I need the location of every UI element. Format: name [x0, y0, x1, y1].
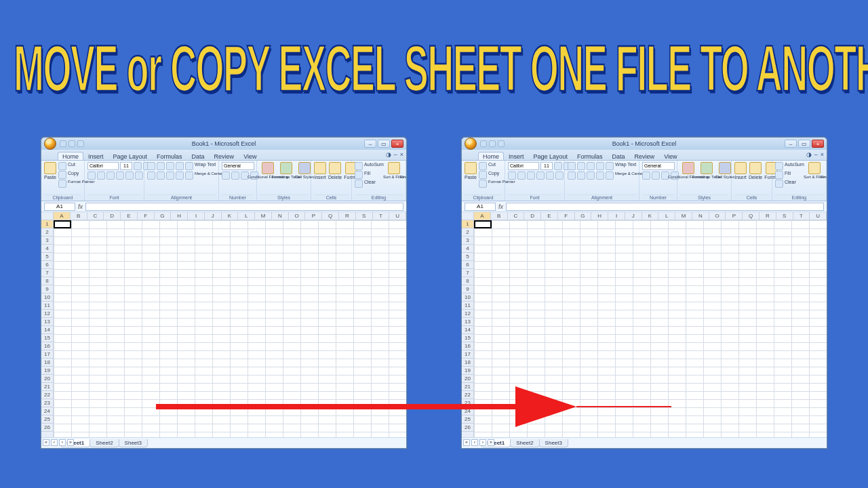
row-header[interactable]: 10 — [41, 293, 53, 302]
row-header[interactable]: 19 — [462, 367, 473, 375]
font-name-combo[interactable]: Calibri — [87, 162, 119, 170]
fx-icon[interactable]: fx — [498, 203, 503, 210]
col-header[interactable]: D — [104, 212, 121, 220]
tab-nav-prev-icon[interactable]: ‹ — [51, 439, 58, 446]
fill-color-icon[interactable] — [546, 171, 554, 180]
format-as-table-button[interactable]: Format as Table — [278, 162, 294, 179]
copy-icon[interactable] — [58, 171, 66, 179]
align-bl-icon[interactable] — [568, 171, 576, 180]
fill-color-icon[interactable] — [125, 171, 134, 180]
delete-cells-button[interactable]: Delete — [749, 162, 762, 180]
tab-page-layout[interactable]: Page Layout — [108, 152, 153, 160]
tab-insert[interactable]: Insert — [83, 152, 108, 160]
cut-icon[interactable] — [58, 162, 66, 170]
active-cell[interactable] — [54, 220, 71, 228]
row-header[interactable]: 11 — [41, 302, 53, 310]
merge-icon[interactable] — [606, 171, 614, 180]
min-ribbon-icon[interactable]: – — [814, 151, 818, 158]
close-button[interactable]: × — [391, 140, 403, 148]
col-header[interactable]: C — [87, 212, 104, 220]
row-header[interactable]: 7 — [41, 269, 53, 277]
tab-view[interactable]: View — [239, 152, 261, 160]
row-header[interactable]: 6 — [41, 261, 53, 269]
row-header[interactable]: 2 — [462, 228, 473, 237]
tab-nav-next-icon[interactable]: › — [479, 439, 486, 446]
col-header[interactable]: I — [608, 212, 625, 220]
qat-undo-icon[interactable] — [489, 140, 496, 147]
tab-nav-last-icon[interactable]: » — [67, 439, 74, 446]
column-headers[interactable]: ABCDEFGHIJKLMNOPQRSTU — [54, 212, 406, 220]
help-icon[interactable]: ◑ — [386, 151, 391, 158]
align-tl-icon[interactable] — [147, 162, 155, 170]
close-button[interactable]: × — [812, 140, 824, 148]
col-header[interactable]: K — [222, 212, 239, 220]
col-header[interactable]: P — [305, 212, 322, 220]
align-br-icon[interactable] — [587, 171, 595, 180]
col-header[interactable]: Q — [322, 212, 339, 220]
col-header[interactable]: O — [709, 212, 726, 220]
fill-icon[interactable] — [355, 171, 363, 179]
office-button-icon[interactable] — [44, 138, 56, 150]
tab-formulas[interactable]: Formulas — [572, 152, 608, 160]
align-bc-icon[interactable] — [577, 171, 585, 180]
col-header[interactable]: A — [54, 212, 71, 220]
number-format-combo[interactable]: General — [642, 162, 675, 170]
font-size-combo[interactable]: 11 — [120, 162, 132, 170]
indent-dec-icon[interactable] — [596, 171, 604, 180]
paste-button[interactable]: Paste — [44, 162, 56, 180]
col-header[interactable]: L — [238, 212, 255, 220]
worksheet-grid[interactable]: ABCDEFGHIJKLMNOPQRSTU 123456789101112131… — [462, 212, 827, 437]
number-format-combo[interactable]: General — [222, 162, 254, 170]
tab-home[interactable]: Home — [478, 152, 504, 160]
col-header[interactable]: G — [155, 212, 172, 220]
active-cell[interactable] — [474, 220, 492, 228]
row-header[interactable]: 18 — [462, 359, 473, 367]
row-header[interactable]: 13 — [462, 318, 473, 326]
col-header[interactable]: N — [692, 212, 709, 220]
bold-icon[interactable] — [87, 171, 96, 180]
row-header[interactable]: 6 — [462, 261, 473, 269]
percent-icon[interactable] — [231, 171, 239, 180]
col-header[interactable]: T — [793, 212, 810, 220]
column-headers[interactable]: ABCDEFGHIJKLMNOPQRSTU — [474, 212, 827, 220]
col-header[interactable]: N — [272, 212, 289, 220]
row-header[interactable]: 10 — [462, 293, 473, 302]
col-header[interactable]: S — [356, 212, 373, 220]
sheet-tab-2[interactable]: Sheet2 — [510, 439, 539, 447]
col-header[interactable]: Q — [743, 212, 760, 220]
paste-button[interactable]: Paste — [465, 162, 477, 180]
maximize-button[interactable]: ▭ — [378, 140, 390, 148]
name-box[interactable]: A1 — [465, 203, 496, 211]
tab-formulas[interactable]: Formulas — [152, 152, 187, 160]
col-header[interactable]: B — [491, 212, 508, 220]
col-header[interactable]: I — [188, 212, 205, 220]
align-br-icon[interactable] — [166, 171, 174, 180]
clear-icon[interactable] — [775, 180, 783, 188]
row-header[interactable]: 4 — [462, 245, 473, 253]
row-header[interactable]: 11 — [462, 302, 473, 310]
col-header[interactable]: G — [575, 212, 592, 220]
autosum-icon[interactable] — [355, 162, 363, 170]
row-header[interactable]: 14 — [41, 326, 53, 334]
fx-icon[interactable]: fx — [78, 203, 83, 210]
row-headers[interactable]: 1234567891011121314151617181920212223242… — [462, 220, 474, 437]
close-doc-icon[interactable]: × — [821, 151, 824, 158]
row-header[interactable]: 14 — [462, 326, 473, 334]
orientation-icon[interactable] — [596, 162, 604, 170]
align-tr-icon[interactable] — [166, 162, 174, 170]
row-header[interactable]: 22 — [41, 391, 53, 399]
row-header[interactable]: 1 — [462, 220, 473, 228]
qat-redo-icon[interactable] — [77, 140, 84, 147]
col-header[interactable]: M — [255, 212, 272, 220]
formula-bar[interactable] — [85, 203, 403, 211]
row-header[interactable]: 5 — [462, 253, 473, 261]
cut-icon[interactable] — [479, 162, 487, 170]
col-header[interactable]: K — [642, 212, 659, 220]
office-button-icon[interactable] — [465, 138, 477, 150]
indent-dec-icon[interactable] — [176, 171, 184, 180]
col-header[interactable]: E — [541, 212, 558, 220]
col-header[interactable]: A — [474, 212, 491, 220]
align-bl-icon[interactable] — [147, 171, 155, 180]
format-painter-icon[interactable] — [58, 180, 66, 188]
cells-area[interactable] — [474, 220, 827, 437]
